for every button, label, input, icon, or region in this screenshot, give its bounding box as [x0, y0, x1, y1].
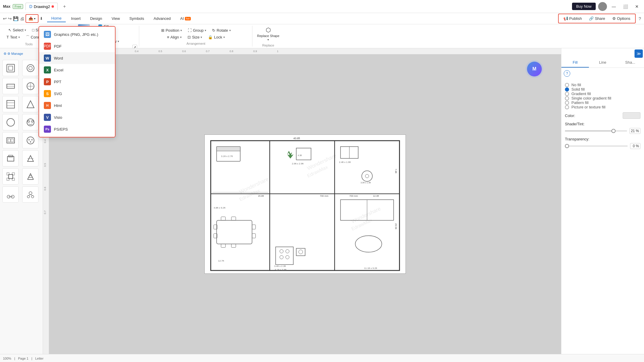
publish-button[interactable]: 📢 Publish	[560, 15, 585, 22]
fill-tab[interactable]: Fill	[561, 58, 589, 68]
line-tab[interactable]: Line	[589, 58, 616, 68]
sidebar-symbol-1[interactable]	[2, 60, 19, 76]
color-picker[interactable]	[623, 112, 640, 119]
text-tool-button[interactable]: T Text ▾	[4, 34, 22, 41]
export-word-item[interactable]: W Word	[39, 52, 115, 64]
sidebar-symbol-6[interactable]	[22, 96, 39, 112]
ai-assist-button[interactable]: M	[526, 60, 543, 78]
svg-point-97	[286, 249, 289, 253]
size-button[interactable]: ⊡ Size ▾	[185, 34, 204, 41]
document-tab[interactable]: D Drawing2	[25, 3, 58, 10]
svg-point-35	[27, 196, 30, 198]
gradient-fill-option[interactable]: Gradient fill	[565, 92, 640, 96]
sidebar-symbol-15[interactable]	[2, 186, 19, 203]
sidebar-symbol-4[interactable]	[22, 78, 39, 94]
picture-texture-option[interactable]: Picture or texture fill	[565, 105, 640, 109]
sidebar-symbol-12[interactable]	[22, 150, 39, 166]
panel-expand-button[interactable]: ≫	[635, 49, 643, 58]
sidebar-symbol-9[interactable]	[2, 132, 19, 148]
tools-group-label: Tools	[25, 42, 33, 46]
lock-button[interactable]: 🔒 Lock ▾	[206, 34, 227, 41]
color-label: Color:	[565, 113, 575, 118]
sidebar-symbol-8[interactable]	[22, 114, 39, 130]
export-svg-item[interactable]: S SVG	[39, 88, 115, 100]
export-visio-item[interactable]: V Visio	[39, 111, 115, 123]
maximize-button[interactable]: ⬜	[621, 3, 630, 10]
floor-plan-svg[interactable]: Wondershare EdrawMax Wondershare EdrawMa…	[204, 134, 406, 274]
tab-insert[interactable]: Insert	[67, 15, 85, 22]
tab-name: Drawing2	[34, 4, 50, 9]
tab-symbols[interactable]: Symbols	[125, 15, 148, 22]
single-color-gradient-option[interactable]: Single color gradient fill	[565, 96, 640, 100]
svg-rect-9	[7, 100, 15, 108]
pattern-fill-option[interactable]: Pattern fill	[565, 100, 640, 105]
svg-rect-68	[211, 194, 270, 270]
buy-now-button[interactable]: Buy Now	[572, 3, 596, 10]
shape-tab[interactable]: Sha...	[616, 58, 644, 68]
sidebar-symbol-10[interactable]	[22, 132, 39, 148]
export-ps-item[interactable]: Ps PS/EPS	[39, 123, 115, 135]
more-options-button[interactable]: ⬇	[40, 16, 43, 21]
solid-fill-option[interactable]: Solid fill	[565, 87, 640, 92]
tab-home[interactable]: Home	[47, 15, 66, 22]
new-tab-button[interactable]: +	[60, 3, 69, 10]
manage-button[interactable]: ⚙ ⚙ Manage	[1, 51, 41, 57]
svg-text:25.5ft: 25.5ft	[394, 223, 397, 230]
replace-shape-button[interactable]: ⬡ Replace Shape ▾	[255, 25, 282, 42]
export-pdf-item[interactable]: PDF PDF	[39, 40, 115, 52]
rotate-button[interactable]: ↻ Rotate ▾	[210, 27, 233, 34]
export-excel-item[interactable]: X Excel	[39, 64, 115, 76]
share-icon: 🔗	[589, 16, 594, 21]
sidebar-symbol-13[interactable]	[2, 168, 19, 185]
tab-advanced[interactable]: Advanced	[149, 15, 175, 22]
word-icon: W	[44, 55, 51, 62]
svg-point-23	[30, 141, 31, 142]
group-button[interactable]: ⛶ Group ▾	[185, 27, 209, 34]
sidebar-symbol-7[interactable]	[2, 114, 19, 130]
help-button[interactable]: ?	[639, 16, 641, 21]
user-avatar[interactable]	[598, 2, 607, 11]
svg-rect-87	[252, 225, 255, 229]
svg-text:0.8: 0.8	[230, 50, 233, 53]
canvas-area[interactable]: 0.1 0.2 0.3 0.4 0.5 0.6 0.7 0.8 0.9 1 0.…	[43, 48, 561, 354]
svg-point-2	[27, 65, 34, 72]
sidebar-symbol-5[interactable]	[2, 96, 19, 112]
print-button[interactable]: 🖨	[20, 16, 24, 21]
export-button[interactable]: 📤 ▾	[27, 15, 37, 22]
redo-button[interactable]: ↪	[8, 16, 12, 21]
shade-tint-handle[interactable]	[611, 129, 616, 133]
help-icon[interactable]: ?	[564, 70, 570, 77]
sidebar-symbol-3[interactable]	[2, 78, 19, 94]
tab-view[interactable]: View	[108, 15, 124, 22]
graphics-icon: 🖼	[44, 31, 51, 38]
right-panel-tabs: Fill Line Sha...	[561, 58, 644, 68]
sidebar-symbol-11[interactable]	[2, 150, 19, 166]
group-icon: ⛶	[188, 28, 192, 33]
no-fill-option[interactable]: No fill	[565, 83, 640, 87]
sidebar-symbol-2[interactable]	[22, 60, 39, 76]
tab-ai[interactable]: AI hot	[176, 15, 195, 22]
undo-button[interactable]: ↩	[3, 16, 7, 21]
minimize-button[interactable]: —	[609, 3, 618, 10]
svg-point-36	[31, 196, 34, 198]
tab-design[interactable]: Design	[86, 15, 106, 22]
position-button[interactable]: ⊞ Position ▾	[159, 27, 184, 34]
export-ppt-item[interactable]: P PPT	[39, 76, 115, 88]
share-button[interactable]: 🔗 Share	[586, 15, 608, 22]
options-button[interactable]: ⚙ Options	[609, 15, 633, 22]
html-icon: H	[44, 102, 51, 109]
transparency-slider[interactable]	[565, 145, 628, 147]
export-html-item[interactable]: H Html	[39, 100, 115, 111]
sidebar-symbol-16[interactable]	[22, 186, 39, 203]
shade-tint-slider[interactable]	[565, 130, 627, 132]
close-button[interactable]: ✕	[633, 3, 641, 10]
sidebar-symbol-14[interactable]	[22, 168, 39, 185]
save-button[interactable]: 💾	[13, 16, 19, 21]
svg-rect-72	[217, 147, 240, 151]
select-tool-button[interactable]: ↖ Select ▾	[6, 27, 28, 33]
export-graphics-item[interactable]: 🖼 Graphics (PNG, JPG etc.)	[39, 28, 115, 40]
transparency-handle[interactable]	[565, 144, 569, 148]
align-button[interactable]: ≡ Align ▾	[165, 34, 184, 41]
canvas-content[interactable]: M Wondershare EdrawMax Wondershare Edraw…	[49, 54, 561, 354]
svg-point-98	[280, 255, 283, 259]
